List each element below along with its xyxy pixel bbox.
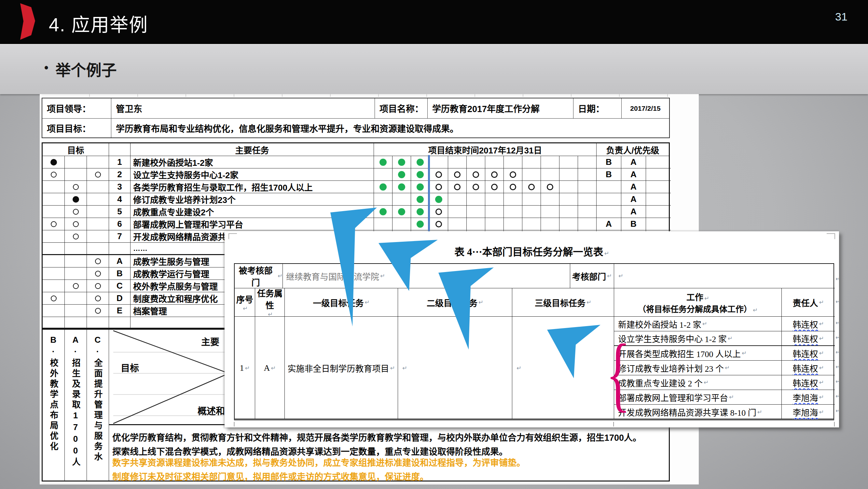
pilcrow-icon: ↵ <box>819 320 824 327</box>
owner-cell: A <box>621 193 646 206</box>
goal-mark-cell <box>87 218 109 230</box>
goal-mark-cell <box>87 292 109 305</box>
owner-name-cell: 韩连权↵ <box>782 346 835 361</box>
task-no-cell: 4 <box>109 193 130 206</box>
goal-mark-cell <box>87 168 109 181</box>
goal-mark-cell <box>87 230 109 243</box>
goal-mark-cell <box>87 305 109 317</box>
task-dot-solid <box>379 208 386 215</box>
timeline-header: 项目结束时间2017年12月31日 <box>374 143 596 156</box>
work-item-cell: 开发成教网络精品资源共享课 8-10 门↵ <box>614 405 782 419</box>
month-cell <box>374 168 393 181</box>
task-dot-hollow <box>472 184 479 190</box>
month-cell <box>578 218 596 230</box>
owner-header: 负责人/优先级 <box>596 143 669 156</box>
owner-name-cell: 韩连权↵ <box>782 317 835 331</box>
goal-mark-cell <box>43 317 65 329</box>
month-cell <box>411 218 430 230</box>
row-end-pilcrow-icon: ↵ <box>835 319 840 326</box>
goal-mark-cell <box>87 193 109 206</box>
pilcrow-icon: ↵ <box>478 299 483 306</box>
month-cell <box>522 206 541 218</box>
goal-mark-cell <box>43 218 65 230</box>
owner-cell <box>646 181 671 193</box>
goal-mark-hollow <box>73 209 79 215</box>
goal-mark-cell <box>43 168 65 181</box>
pilcrow-icon: ↵ <box>819 364 824 371</box>
bullet-icon: • <box>44 61 49 74</box>
month-cell <box>411 181 430 193</box>
task-no-cell: 2 <box>109 168 130 181</box>
month-cell <box>430 206 448 218</box>
goal-mark-cell <box>43 206 65 218</box>
owner-name-cell: 韩连权↵ <box>782 331 835 346</box>
owner-name-cell: 李旭海↵ <box>782 405 835 419</box>
owner-cell <box>646 193 671 206</box>
month-cell <box>374 181 393 193</box>
dept-value: 继续教育与国际交流学院↵ <box>283 264 570 288</box>
pilcrow-icon: ↵ <box>604 250 609 257</box>
month-cell <box>411 156 430 168</box>
owner-cell: A <box>621 168 646 181</box>
pilcrow-icon: ↵ <box>742 350 747 357</box>
month-cell <box>467 193 485 206</box>
date-label: 日期： <box>574 98 622 119</box>
pilcrow-icon: ↵ <box>271 365 276 372</box>
goal-mark-solid <box>51 159 57 166</box>
goal-mark-cell <box>87 243 109 255</box>
month-cell <box>541 206 559 218</box>
task-no-cell: 7 <box>109 230 130 243</box>
work-item-cell: 开展各类型成教招生 1700 人以上↵ <box>614 346 782 361</box>
task-no-cell: 3 <box>109 181 130 193</box>
diagram-overview-label: 概述和 <box>197 404 225 417</box>
goal-mark-cell <box>65 206 87 218</box>
pilcrow-icon: ↵ <box>819 379 824 386</box>
task-no-cell: 6 <box>109 218 130 230</box>
owner-cell: A <box>621 206 646 218</box>
task-dot-solid <box>435 196 442 203</box>
diagram-goal-label: 目标 <box>121 361 139 374</box>
pilcrow-icon: ↵ <box>278 272 282 280</box>
goal-mark-hollow <box>95 308 101 314</box>
month-cell <box>522 156 541 168</box>
task-dot-hollow <box>510 171 516 178</box>
work-item-cell: 部署成教网上管理和学习平台↵ <box>614 390 782 405</box>
task-no-cell: E <box>109 305 130 317</box>
goal-mark-cell <box>87 181 109 193</box>
column-header-6: 工作↵（将目标任务分解成具体工作）↵ <box>614 288 782 317</box>
month-cell <box>393 168 411 181</box>
month-cell <box>467 181 485 193</box>
month-cell <box>393 218 411 230</box>
owner-cell: B <box>596 168 621 181</box>
month-cell <box>541 193 559 206</box>
vertical-label-a: A·招生及录取1700人 <box>65 330 87 481</box>
task-dot-solid <box>398 171 405 178</box>
slide: 4. 应用举例 31 •举个例子 项目领导： 管卫东 项目名称： 学历教育201… <box>0 0 868 489</box>
month-cell <box>541 181 559 193</box>
column-header-5: 三级目标任务↵ <box>512 288 614 317</box>
page-title: 4. 应用举例 <box>49 10 148 36</box>
table-sliver-line <box>834 422 835 427</box>
month-cell <box>374 156 393 168</box>
month-cell <box>559 181 578 193</box>
month-cell <box>411 206 430 218</box>
pilcrow-icon: ↵ <box>390 365 395 372</box>
owner-cell <box>646 218 671 230</box>
task-no-cell: 1 <box>109 156 130 168</box>
summary-paragraph: 制度修订未及时征求相关部门意见，拟用邮件或走访的方式收集意见，保证进度。 <box>112 470 429 483</box>
pilcrow-icon: ↵ <box>702 320 707 327</box>
bullet-text: 举个例子 <box>56 62 117 79</box>
goal-mark-cell <box>43 292 65 305</box>
month-cell <box>485 193 504 206</box>
goal-mark-cell <box>43 305 65 317</box>
pink-brace-icon: { <box>606 325 630 422</box>
pilcrow-icon: ↵ <box>753 307 758 313</box>
month-cell <box>430 218 448 230</box>
pilcrow-icon: ↵ <box>819 408 824 416</box>
month-cell <box>374 206 393 218</box>
task-dot-hollow <box>472 171 479 178</box>
owner-cell: B <box>621 218 646 230</box>
task-no-cell: C <box>109 280 130 292</box>
month-cell <box>485 218 504 230</box>
goal-mark-hollow <box>73 283 79 289</box>
